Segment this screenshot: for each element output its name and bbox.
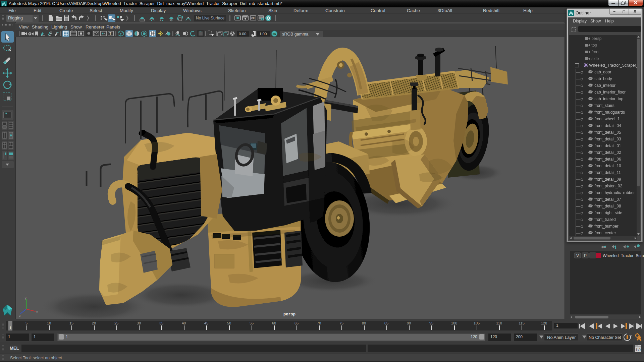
svg-text:sRGB gamma: sRGB gamma [282,32,309,37]
svg-text:0.00: 0.00 [239,32,246,36]
svg-text:Wheeled_Tractor_Scrap: Wheeled_Tractor_Scrap [603,253,644,258]
svg-text:{;}: {;} [636,348,641,352]
svg-text:z: z [19,314,21,317]
svg-text:IPR: IPR [251,17,255,19]
svg-text:ON: ON [273,33,276,35]
svg-text:1.00: 1.00 [259,32,267,36]
svg-text:x: x [36,310,38,314]
svg-text:y: y [25,297,26,300]
svg-text:V: V [576,253,579,258]
svg-text:T: T [109,32,111,36]
svg-text:No Live Surface: No Live Surface [196,16,225,20]
svg-text:P: P [584,253,587,258]
